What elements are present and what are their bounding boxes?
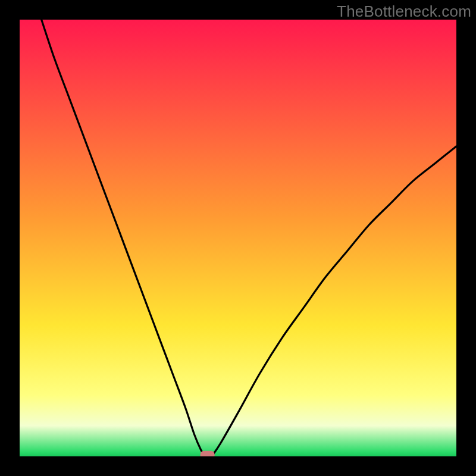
chart-svg (20, 20, 456, 456)
optimum-marker (201, 451, 215, 456)
plot-area (20, 20, 456, 456)
outer-frame: TheBottleneck.com (0, 0, 476, 476)
watermark-text: TheBottleneck.com (337, 2, 471, 21)
gradient-background (20, 20, 456, 456)
